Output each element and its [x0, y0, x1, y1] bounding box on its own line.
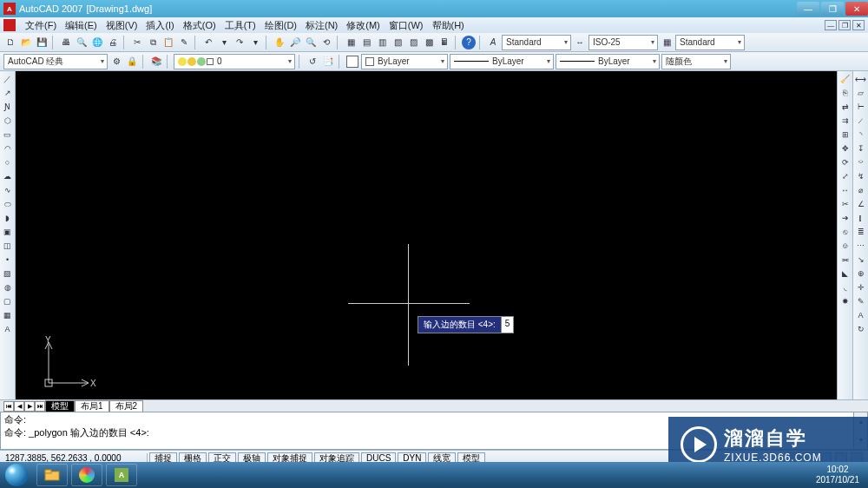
- menu-window[interactable]: 窗口(W): [385, 18, 428, 33]
- spline-icon[interactable]: ∿: [2, 184, 14, 196]
- pan-icon[interactable]: ✋: [273, 36, 286, 49]
- polygon-icon[interactable]: ⬡: [2, 115, 14, 127]
- dim-style-dropdown[interactable]: ISO-25: [589, 35, 658, 50]
- rectangle-icon[interactable]: ▭: [2, 129, 14, 141]
- dimension-jog-icon[interactable]: ↯: [855, 170, 867, 182]
- tab-last-button[interactable]: ⏭: [35, 401, 45, 412]
- quick-dimension-icon[interactable]: ⫿: [855, 212, 867, 224]
- menu-edit[interactable]: 编辑(E): [61, 18, 102, 33]
- menu-format[interactable]: 格式(O): [179, 18, 220, 33]
- text-style-icon[interactable]: A: [486, 36, 500, 49]
- new-icon[interactable]: 🗋: [3, 36, 17, 49]
- zoom-window-icon[interactable]: 🔍: [304, 36, 318, 49]
- undo-icon[interactable]: ↶: [201, 36, 215, 49]
- paste-icon[interactable]: 📋: [161, 36, 175, 49]
- doc-restore-button[interactable]: ❐: [838, 20, 851, 30]
- arc-icon[interactable]: ◠: [2, 142, 14, 155]
- cut-icon[interactable]: ✂: [130, 36, 144, 49]
- menu-insert[interactable]: 插入(I): [141, 18, 178, 33]
- menu-view[interactable]: 视图(V): [102, 18, 142, 33]
- prompt-input[interactable]: 5: [502, 316, 515, 333]
- preview-icon[interactable]: 🔍: [75, 36, 89, 49]
- construction-line-icon[interactable]: ↗: [2, 87, 14, 99]
- dimension-diameter-icon[interactable]: ⌀: [855, 184, 867, 196]
- dimension-radius-icon[interactable]: ⌔: [855, 156, 867, 168]
- sheetset-icon[interactable]: ▧: [391, 36, 404, 49]
- designcenter-icon[interactable]: ▤: [359, 36, 373, 49]
- move-icon[interactable]: ✥: [839, 142, 852, 155]
- dimension-aligned-icon[interactable]: ⟋: [855, 115, 867, 127]
- text-style-dropdown[interactable]: Standard: [502, 35, 571, 50]
- center-mark-icon[interactable]: ✛: [855, 281, 867, 293]
- tab-model[interactable]: 模型: [45, 400, 75, 412]
- dim-edit-icon[interactable]: ✎: [855, 295, 867, 307]
- rotate-icon[interactable]: ⟳: [839, 156, 852, 168]
- linetype-dropdown[interactable]: ByLayer: [450, 54, 554, 69]
- line-icon[interactable]: ／: [2, 73, 14, 85]
- region-icon[interactable]: ▢: [2, 295, 14, 307]
- menu-draw[interactable]: 绘图(D): [260, 18, 301, 33]
- tab-layout2[interactable]: 布局2: [109, 400, 144, 412]
- minimize-button[interactable]: —: [797, 2, 819, 16]
- fillet-icon[interactable]: ◟: [839, 281, 852, 293]
- tab-first-button[interactable]: ⏮: [3, 401, 14, 412]
- publish-icon[interactable]: 🌐: [90, 36, 104, 49]
- redo-icon[interactable]: ↷: [233, 36, 247, 49]
- print-icon[interactable]: 🖶: [59, 36, 73, 49]
- help-icon[interactable]: ?: [462, 36, 476, 49]
- gradient-icon[interactable]: ◍: [2, 281, 14, 293]
- dimension-angular-icon[interactable]: ∠: [855, 198, 867, 210]
- chamfer-icon[interactable]: ◣: [839, 267, 852, 280]
- calc-icon[interactable]: 🖩: [437, 36, 451, 49]
- task-explorer[interactable]: [36, 464, 68, 486]
- doc-minimize-button[interactable]: —: [825, 20, 837, 30]
- ellipse-arc-icon[interactable]: ◗: [2, 212, 14, 224]
- table-style-dropdown[interactable]: Standard: [675, 35, 745, 50]
- task-autocad[interactable]: A: [106, 464, 137, 486]
- insert-block-icon[interactable]: ▣: [2, 226, 14, 238]
- open-icon[interactable]: 📂: [19, 36, 33, 49]
- tab-next-button[interactable]: ▶: [24, 401, 35, 412]
- match-icon[interactable]: ✎: [177, 36, 191, 49]
- polyline-icon[interactable]: Ɲ: [2, 101, 14, 113]
- dimension-arc-icon[interactable]: ◝: [855, 129, 867, 141]
- drawing-canvas[interactable]: 输入边的数目 <4>: 5 Y X: [16, 71, 837, 399]
- join-icon[interactable]: ⫘: [839, 254, 852, 266]
- menu-help[interactable]: 帮助(H): [428, 18, 469, 33]
- menu-tools[interactable]: 工具(T): [220, 18, 260, 33]
- tab-layout1[interactable]: 布局1: [75, 400, 109, 412]
- markup-icon[interactable]: ▨: [406, 36, 420, 49]
- properties-icon[interactable]: ▦: [344, 36, 358, 49]
- mtext-icon[interactable]: A: [2, 323, 14, 335]
- workspace-dropdown[interactable]: AutoCAD 经典: [3, 54, 108, 69]
- revcloud-icon[interactable]: ☁: [2, 170, 14, 182]
- close-button[interactable]: ✕: [845, 2, 868, 16]
- menu-modify[interactable]: 修改(M): [342, 18, 385, 33]
- copy-icon[interactable]: ⧉: [146, 36, 160, 49]
- save-icon[interactable]: 💾: [35, 36, 49, 49]
- copy-obj-icon[interactable]: ⎘: [839, 87, 852, 99]
- mirror-icon[interactable]: ⇄: [839, 101, 852, 113]
- doc-close-button[interactable]: ✕: [852, 20, 865, 30]
- trim-icon[interactable]: ✂: [839, 198, 852, 210]
- scale-icon[interactable]: ⤢: [839, 170, 852, 182]
- dim-update-icon[interactable]: ↻: [855, 323, 867, 335]
- tab-prev-button[interactable]: ◀: [14, 401, 24, 412]
- redo-drop-icon[interactable]: ▾: [248, 36, 262, 49]
- color-dropdown[interactable]: ByLayer: [361, 54, 448, 69]
- explode-icon[interactable]: ✸: [839, 295, 852, 307]
- tolerance-icon[interactable]: ⊕: [855, 267, 867, 280]
- table-icon[interactable]: ▦: [2, 309, 14, 321]
- zoom-previous-icon[interactable]: ⟲: [319, 36, 333, 49]
- array-icon[interactable]: ⊞: [839, 129, 852, 141]
- leader-icon[interactable]: ↘: [855, 254, 867, 266]
- make-block-icon[interactable]: ◫: [2, 240, 14, 252]
- break-point-icon[interactable]: ⎋: [839, 226, 852, 238]
- toolpalette-icon[interactable]: ▥: [375, 36, 389, 49]
- point-icon[interactable]: •: [2, 254, 14, 266]
- extend-icon[interactable]: ➔: [839, 212, 852, 224]
- zoom-realtime-icon[interactable]: 🔎: [288, 36, 302, 49]
- menu-file[interactable]: 文件(F): [21, 18, 61, 33]
- dim-text-edit-icon[interactable]: A: [855, 309, 867, 321]
- lineweight-dropdown[interactable]: ByLayer: [556, 54, 660, 69]
